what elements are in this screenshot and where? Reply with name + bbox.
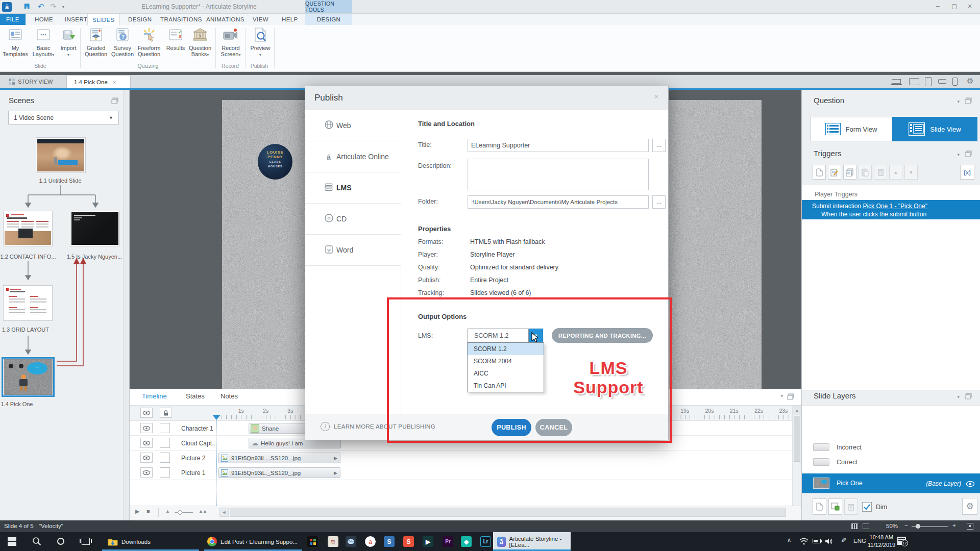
language-indicator[interactable]: ENG [853, 538, 866, 544]
play-icon[interactable]: ▶ [135, 508, 139, 515]
premiere-icon[interactable]: Pr [443, 536, 453, 547]
speaker-icon[interactable] [825, 538, 833, 545]
property-value-link[interactable]: Storyline Player [470, 251, 515, 258]
device-tablet-portrait-icon[interactable] [925, 77, 932, 86]
cancel-button[interactable]: CANCEL [535, 419, 572, 436]
sidebar-item-articulate-online[interactable]: ā Articulate Online [305, 141, 401, 172]
view-mode-icon[interactable] [851, 523, 858, 529]
title-browse-button[interactable]: ... [652, 139, 666, 152]
quick-access-caret-icon[interactable]: ▾ [62, 5, 64, 9]
property-value-link[interactable]: Entire Project [470, 277, 508, 284]
battery-icon[interactable] [813, 539, 821, 543]
tab-home[interactable]: HOME [32, 14, 56, 25]
maximize-button[interactable]: ▢ [951, 3, 957, 10]
zoom-out-icon[interactable]: ▲ [165, 509, 170, 514]
device-laptop-icon[interactable] [892, 79, 901, 84]
zoom-in-icon[interactable]: ▲▲ [198, 508, 206, 514]
undo-icon[interactable]: ↶ [38, 2, 44, 11]
form-view-button[interactable]: Form View [810, 117, 892, 141]
layer-row-pick-one-selected[interactable]: Pick One (Base Layer) [802, 473, 980, 493]
panel-chevron-icon[interactable]: ▾ [957, 99, 960, 104]
layer-eye-icon[interactable] [966, 481, 974, 487]
player-settings-gear-icon[interactable]: ⚙ [967, 77, 973, 86]
tab-view[interactable]: VIEW [250, 14, 272, 25]
redo-icon[interactable]: ↷ [50, 2, 57, 11]
new-trigger-button[interactable] [813, 165, 826, 180]
task-view-icon[interactable] [82, 538, 90, 545]
slide-thumbnail-1-3[interactable] [3, 285, 53, 321]
lms-combobox[interactable]: SCORM 1.2 [468, 329, 529, 342]
timeline-zoom-slider[interactable] [175, 512, 193, 513]
tab-close-icon[interactable]: × [113, 79, 116, 85]
scenes-scrollbar[interactable] [123, 90, 129, 520]
slide-thumbnail-1-2[interactable] [3, 211, 53, 246]
timeline-object-bar[interactable]: 91Et5Qn93iL._SS120_.jpg ▶ [218, 453, 340, 463]
slide-view-button[interactable]: Slide View [892, 117, 977, 141]
duplicate-layer-button[interactable] [828, 498, 842, 515]
tab-insert[interactable]: INSERT [62, 14, 90, 25]
view-mode-icon-2[interactable] [863, 523, 869, 529]
slide-thumbnail-1-5[interactable] [70, 211, 120, 246]
minimize-button[interactable]: – [936, 3, 940, 10]
timeline-vertical-scrollbar[interactable]: ▲ [792, 406, 801, 506]
edit-trigger-button[interactable] [828, 165, 841, 180]
windows-start-icon[interactable] [8, 537, 16, 546]
dropdown-option-scorm2004[interactable]: SCORM 2004 [468, 355, 544, 367]
row-eye-icon[interactable] [140, 423, 153, 433]
sidebar-item-cd[interactable]: CD [305, 204, 401, 235]
zoom-out-button[interactable]: − [904, 522, 908, 529]
property-value-link[interactable]: Slides viewed (6 of 6) [470, 289, 531, 296]
avatar-book-cover[interactable]: LOUISEPENNYGLASSHOUSES [258, 144, 292, 180]
layer-row-incorrect[interactable]: Incorrect [802, 440, 980, 455]
dim-checkbox-checked[interactable] [862, 502, 872, 512]
device-phone-portrait-icon[interactable] [952, 78, 958, 86]
row-eye-icon[interactable] [140, 453, 153, 463]
new-layer-button[interactable] [813, 498, 826, 515]
copy-trigger-button[interactable] [843, 165, 856, 180]
panel-chevron-icon[interactable]: ▾ [780, 393, 783, 398]
collapse-panel-icon[interactable] [965, 97, 972, 104]
stop-icon[interactable]: ■ [146, 508, 150, 514]
collapse-panel-icon[interactable] [965, 393, 972, 399]
reporting-tracking-button[interactable]: REPORTING AND TRACKING... [552, 328, 653, 343]
zalo-icon[interactable]: Zalo [346, 536, 356, 547]
basic-layouts-button[interactable]: BasicLayouts▾ [29, 27, 58, 60]
action-center-icon[interactable]: 12 [897, 537, 906, 545]
dialog-close-icon[interactable]: × [654, 92, 659, 102]
scroll-left-icon[interactable]: ◄ [219, 508, 229, 517]
taskbar-browser-window[interactable]: Edit Post ‹ Elearning Suppo... [204, 532, 302, 551]
taskbar-storyline-window-active[interactable]: ā Articulate Storyline - [ELea... [493, 532, 571, 551]
title-input[interactable] [468, 139, 649, 152]
row-lock-checkbox[interactable] [160, 438, 170, 448]
fit-to-window-icon[interactable] [967, 523, 973, 530]
row-lock-checkbox[interactable] [160, 467, 170, 478]
learn-more-link[interactable]: LEARN MORE ABOUT PUBLISHING [334, 423, 435, 430]
zoom-slider-knob[interactable] [916, 524, 920, 529]
close-button[interactable]: × [968, 2, 972, 10]
scrollbar-thumb[interactable] [794, 416, 800, 462]
manage-variables-button[interactable]: [x] [960, 165, 974, 180]
trigger-object-link[interactable]: Pick One 1 - "Pick One" [863, 203, 927, 210]
sidebar-item-lms-selected[interactable]: LMS [305, 172, 401, 204]
question-banks-button[interactable]: ? QuestionBanks▾ [186, 27, 214, 60]
dropdown-option-tincanapi[interactable]: Tin Can API [468, 380, 544, 392]
sidebar-item-web[interactable]: Web [305, 110, 401, 141]
tab-slide-1-4-pick-one[interactable]: 1.4 Pick One × [66, 75, 131, 88]
taskbar-downloads-window[interactable]: Downloads [102, 532, 199, 551]
row-lock-checkbox[interactable] [160, 453, 170, 463]
panel-chevron-icon[interactable]: ▾ [957, 152, 960, 157]
filmora-icon[interactable]: ◆ [461, 536, 472, 547]
clock[interactable]: 10:48 AM11/12/2019 [868, 534, 893, 549]
description-textarea[interactable] [468, 159, 649, 190]
bar-expand-arrow-icon[interactable]: ▶ [334, 456, 337, 461]
tab-states[interactable]: States [186, 392, 205, 400]
tab-question-tools-design[interactable]: DESIGN [305, 14, 352, 25]
layer-row-correct[interactable]: Correct [802, 455, 980, 469]
tab-transitions[interactable]: TRANSITIONS [157, 14, 205, 25]
layer-properties-gear-icon[interactable]: ⚙ [962, 498, 977, 515]
slide-thumbnail-1-4-selected[interactable]: · · · [2, 357, 55, 397]
my-templates-button[interactable]: MyTemplates [1, 27, 30, 60]
panel-chevron-icon[interactable]: ▾ [957, 394, 960, 399]
device-phone-landscape-icon[interactable] [938, 79, 946, 84]
trigger-item-selected[interactable]: Submit interaction Pick One 1 - "Pick On… [802, 200, 980, 219]
